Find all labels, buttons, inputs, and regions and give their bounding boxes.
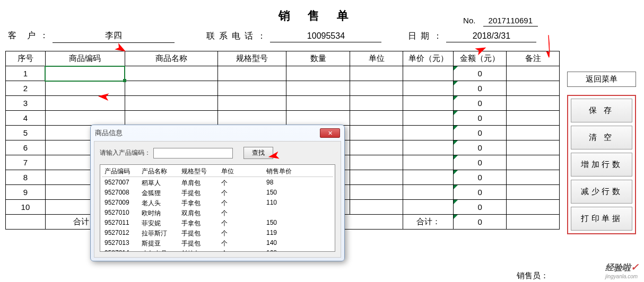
cell-amount[interactable]: 0 [454,96,507,111]
add-row-button[interactable]: 增加行数 [571,153,632,177]
cell-code[interactable] [45,96,125,111]
cell-unit[interactable] [350,155,403,170]
return-menu-button[interactable]: 返回菜单 [567,72,636,87]
cell-price[interactable] [403,66,454,81]
cell-seq[interactable]: 1 [6,66,46,81]
cell-code[interactable] [45,111,125,126]
cell-seq[interactable]: 3 [6,96,46,111]
customer-value[interactable]: 李四 [53,29,175,43]
customer-label: 客 户： [8,30,53,41]
product-list-header: 产品编码 产品名称 规格型号 单位 销售单价 [102,166,333,177]
cell-seq[interactable]: 6 [6,140,46,155]
cell-seq[interactable]: 5 [6,126,46,140]
cell-note[interactable] [507,170,560,185]
cell-note[interactable] [507,66,560,81]
cell-amount[interactable]: 0 [454,81,507,96]
cell-amount[interactable]: 0 [454,111,507,126]
cell-amount[interactable]: 0 [454,140,507,155]
cell-name[interactable] [125,111,217,126]
cell-unit[interactable] [350,170,403,185]
cell-price[interactable] [403,96,454,111]
product-row[interactable]: 9527012拉菲斯汀手提包个119 [102,228,333,239]
cell-seq[interactable]: 10 [6,200,46,215]
cell-spec[interactable] [217,66,286,81]
cell-name[interactable] [125,81,217,96]
product-row[interactable]: 9527010欧时纳双肩包个 [102,208,333,218]
cell-price[interactable] [403,81,454,96]
cell-note[interactable] [507,140,560,155]
cell-amount[interactable]: 0 [454,200,507,215]
cell-spec[interactable] [217,81,286,96]
clear-button[interactable]: 清 空 [571,126,632,149]
cell-price[interactable] [403,200,454,215]
cell-price[interactable] [403,126,454,140]
product-row[interactable]: 9527014皮尔卡丹斜挎包个160 [102,249,333,252]
product-row[interactable]: 9527007稻草人单肩包个98 [102,178,333,188]
del-row-button[interactable]: 减少行数 [571,180,632,204]
cell-seq[interactable]: 8 [6,170,46,185]
search-input[interactable] [153,148,233,158]
product-row[interactable]: 9527011菲安妮手拿包个150 [102,218,333,228]
cell-unit[interactable] [350,111,403,126]
product-row[interactable]: 9527008金狐狸手提包个150 [102,188,333,198]
print-button[interactable]: 打印单据 [571,207,632,231]
cell-unit[interactable] [350,126,403,140]
col-amount: 金额（元） [454,51,507,66]
total-empty [6,215,46,230]
pr-price: 150 [266,219,309,228]
cell-note[interactable] [507,96,560,111]
cell-spec[interactable] [217,96,286,111]
cell-amount[interactable]: 0 [454,155,507,170]
cell-price[interactable] [403,140,454,155]
cell-note[interactable] [507,200,560,215]
total-label2: 合计： [403,215,454,230]
dialog-titlebar[interactable]: 商品信息 ✕ [91,125,344,141]
no-value[interactable]: 2017110691 [483,15,538,27]
pr-name: 皮尔卡丹 [142,249,181,252]
cell-price[interactable] [403,155,454,170]
cell-name[interactable] [125,66,217,81]
cell-seq[interactable]: 2 [6,81,46,96]
cell-unit[interactable] [350,200,403,215]
product-row[interactable]: 9527009老人头手拿包个110 [102,198,333,208]
cell-name[interactable] [125,96,217,111]
cell-code[interactable] [45,66,125,81]
cell-unit[interactable] [350,96,403,111]
cell-amount[interactable]: 0 [454,126,507,140]
customer-group: 客 户： 李四 [8,29,175,43]
cell-unit[interactable] [350,140,403,155]
pr-code: 9527009 [105,199,142,208]
cell-qty[interactable] [286,96,350,111]
cell-note[interactable] [507,81,560,96]
cell-amount[interactable]: 0 [454,66,507,81]
cell-price[interactable] [403,185,454,200]
cell-seq[interactable]: 9 [6,185,46,200]
save-button[interactable]: 保 存 [571,99,632,122]
ph-spec: 规格型号 [181,167,221,176]
cell-qty[interactable] [286,111,350,126]
cell-note[interactable] [507,111,560,126]
cell-unit[interactable] [350,185,403,200]
product-row[interactable]: 9527013斯提亚手提包个140 [102,239,333,249]
cell-code[interactable] [45,81,125,96]
cell-note[interactable] [507,185,560,200]
cell-unit[interactable] [350,81,403,96]
cell-amount[interactable]: 0 [454,185,507,200]
cell-amount[interactable]: 0 [454,170,507,185]
cell-seq[interactable]: 4 [6,111,46,126]
cell-seq[interactable]: 7 [6,155,46,170]
header-info: No. 2017110691 客 户： 李四 联系电话： 10095534 日期… [0,29,644,46]
phone-value[interactable]: 10095534 [270,30,381,42]
date-value[interactable]: 2018/3/31 [446,30,536,42]
cell-spec[interactable] [217,111,286,126]
close-icon[interactable]: ✕ [320,128,340,138]
cell-qty[interactable] [286,81,350,96]
search-button[interactable]: 查找 [243,147,273,159]
cell-note[interactable] [507,126,560,140]
cell-qty[interactable] [286,66,350,81]
cell-unit[interactable] [350,66,403,81]
product-list[interactable]: 产品编码 产品名称 规格型号 单位 销售单价 9527007稻草人单肩包个989… [100,164,335,252]
cell-note[interactable] [507,155,560,170]
cell-price[interactable] [403,111,454,126]
cell-price[interactable] [403,170,454,185]
